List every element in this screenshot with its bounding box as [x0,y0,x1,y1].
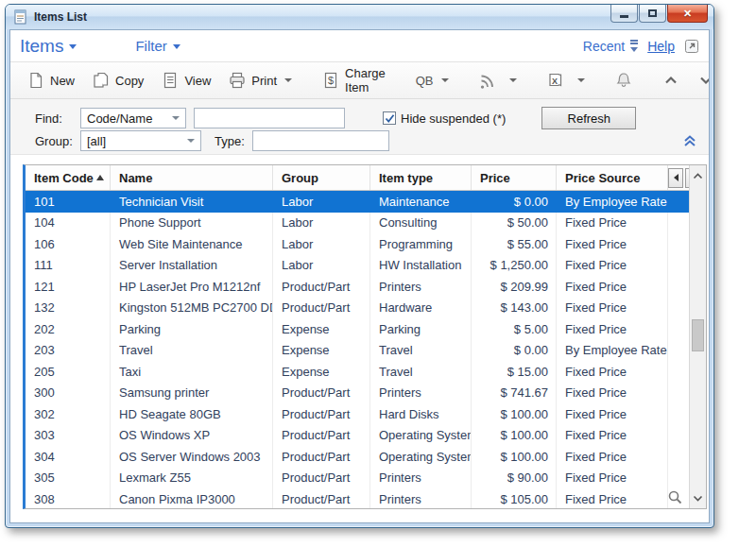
find-input[interactable] [194,108,345,128]
table-row[interactable]: 304 OS Server Windows 2003 Product/Part … [26,446,689,468]
table-row[interactable]: 203 Travel Expense Travel $ 0.00 By Empl… [26,340,689,362]
filter-menu[interactable]: Filter [135,38,180,54]
excel-dropdown-icon[interactable] [577,78,585,82]
qb-button[interactable]: QB [410,70,455,92]
recent-menu[interactable]: Recent [583,39,638,54]
cell-group: Labor [273,233,370,255]
popout-icon[interactable] [684,39,699,54]
find-field-select[interactable]: Code/Name [80,108,186,128]
group-select-value: [all] [87,134,106,148]
maximize-button[interactable] [639,5,666,23]
cell-item-type: Hard Disks [370,403,472,425]
table-row[interactable]: 111 Server Installation Labor HW Install… [26,255,689,277]
help-link[interactable]: Help [647,39,675,54]
scroll-down-button[interactable] [690,489,706,506]
table-row[interactable]: 202 Parking Expense Parking $ 5.00 Fixed… [26,318,689,340]
items-menu[interactable]: Items [20,36,77,57]
cell-item-code: 305 [26,468,111,489]
table-row[interactable]: 104 Phone Support Labor Consulting $ 50.… [26,213,689,234]
column-header-group[interactable]: Group [273,165,370,190]
cell-name: Server Installation [111,255,273,277]
print-dropdown-icon[interactable] [284,78,292,82]
table-row[interactable]: 205 Taxi Expense Travel $ 15.00 Fixed Pr… [26,361,689,383]
cell-price: $ 0.00 [472,191,557,213]
hide-suspended-checkbox[interactable]: Hide suspended (*) [383,111,506,126]
column-header-price-source[interactable]: Price Source [557,165,668,190]
charge-item-button[interactable]: $ Charge Item [317,62,391,98]
group-select[interactable]: [all] [80,130,201,151]
feed-dropdown-icon[interactable] [509,78,517,82]
vertical-scrollbar[interactable] [689,165,706,508]
type-input[interactable] [252,130,389,151]
cell-name: Taxi [111,361,273,383]
cell-group: Product/Part [273,298,370,319]
sort-ascending-icon [96,175,104,180]
cell-item-type: Operating System [370,446,472,468]
cell-price: $ 143.00 [472,298,557,319]
table-row[interactable]: 305 Lexmark Z55 Product/Part Printers $ … [26,468,689,489]
cell-group: Expense [273,340,370,362]
cell-group: Product/Part [273,488,370,508]
cell-price-source: Fixed Price [557,403,668,425]
table-row[interactable]: 101 Technician Visit Labor Maintenance $… [26,191,689,213]
chevron-down-icon [697,72,711,89]
cell-name: Travel [111,340,273,362]
cell-price-source: Fixed Price [557,468,668,489]
cell-group: Product/Part [273,446,370,468]
magnifier-icon[interactable] [667,489,683,505]
filter-menu-label: Filter [135,38,166,54]
scrollbar-thumb[interactable] [692,319,704,351]
close-icon: ✕ [683,8,692,20]
collapse-panel-icon[interactable] [682,133,697,148]
cell-price: $ 55.00 [472,233,557,255]
column-header-item-code[interactable]: Item Code [26,165,111,190]
cell-price: $ 100.00 [472,425,557,447]
cell-group: Labor [273,191,370,213]
column-header-price[interactable]: Price [472,165,557,190]
copy-button-label: Copy [115,74,144,88]
table-row[interactable]: 303 OS Windows XP Product/Part Operating… [26,425,689,447]
cell-item-code: 203 [26,340,111,362]
minimize-button[interactable] [610,5,638,23]
new-document-icon [27,72,44,89]
table-row[interactable]: 106 Web Site Maintenance Labor Programmi… [26,233,689,255]
cell-group: Product/Part [273,383,370,404]
scroll-up-button[interactable] [690,167,706,184]
table-row[interactable]: 300 Samsung printer Product/Part Printer… [26,383,689,404]
close-button[interactable]: ✕ [667,5,708,23]
table-row[interactable]: 121 HP LaserJet Pro M1212nf Product/Part… [26,276,689,298]
cell-name: OS Server Windows 2003 [111,446,273,468]
column-header-item-type[interactable]: Item type [370,165,472,190]
charge-item-icon: $ [322,72,339,89]
cell-group: Labor [273,213,370,234]
refresh-button[interactable]: Refresh [541,107,636,129]
cell-item-type: Maintenance [370,191,472,213]
move-down-button[interactable] [692,68,711,93]
cell-item-type: Printers [370,488,472,508]
table-row[interactable]: 302 HD Seagate 80GB Product/Part Hard Di… [26,403,689,425]
cell-item-type: Printers [370,383,472,404]
titlebar[interactable]: Items List ✕ [6,5,713,29]
bell-icon [615,72,632,89]
cell-name: Canon Pixma IP3000 [111,488,273,508]
new-button[interactable]: New [22,68,80,93]
feed-button[interactable] [473,68,523,93]
items-table: Item Code Name Group Item type Price Pri… [23,164,707,509]
table-row[interactable]: 132 Kingston 512MB PC2700 DDR Product/Pa… [26,298,689,319]
column-header-name[interactable]: Name [111,165,273,190]
alerts-button[interactable] [610,68,638,93]
toolbar: New Copy View [10,61,709,99]
view-button[interactable]: View [156,68,216,93]
cell-item-type: Travel [370,361,472,383]
cell-name: HP LaserJet Pro M1212nf [111,276,273,298]
table-header-row: Item Code Name Group Item type Price Pri… [26,165,689,191]
copy-button[interactable]: Copy [87,68,149,93]
cell-group: Product/Part [273,403,370,425]
print-button[interactable]: Print [223,68,298,93]
export-excel-button[interactable]: X [541,68,591,93]
scroll-columns-left-button[interactable] [668,168,683,188]
move-up-button[interactable] [657,68,685,93]
table-row[interactable]: 308 Canon Pixma IP3000 Product/Part Prin… [26,488,689,508]
cell-price-source: Fixed Price [557,255,668,277]
cell-item-type: Hardware [370,298,472,319]
